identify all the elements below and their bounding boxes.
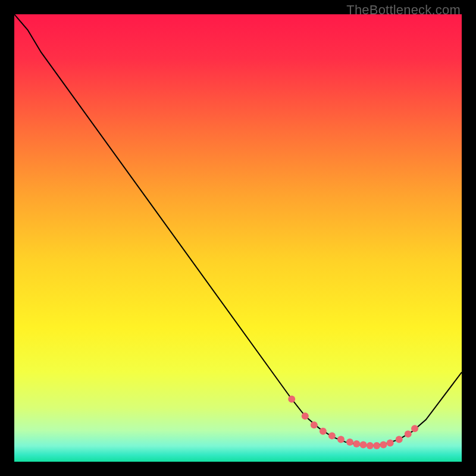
- marker-dot: [320, 428, 327, 435]
- marker-dot: [288, 396, 295, 403]
- marker-dot: [380, 441, 387, 448]
- marker-dot: [411, 425, 418, 432]
- marker-dot: [396, 436, 403, 443]
- marker-dot: [360, 441, 367, 448]
- chart-frame: [14, 14, 462, 462]
- marker-dot: [311, 421, 318, 428]
- marker-dot: [337, 436, 345, 443]
- marker-dot: [405, 430, 412, 437]
- marker-dot: [346, 439, 353, 446]
- bottleneck-chart: [14, 14, 462, 462]
- marker-dot: [387, 439, 394, 446]
- marker-dot: [328, 432, 336, 439]
- marker-dot: [302, 412, 309, 419]
- marker-dot: [353, 440, 360, 447]
- gradient-background: [14, 14, 462, 462]
- watermark-text: TheBottleneck.com: [346, 2, 461, 18]
- marker-dot: [367, 442, 374, 449]
- marker-dot: [373, 442, 380, 449]
